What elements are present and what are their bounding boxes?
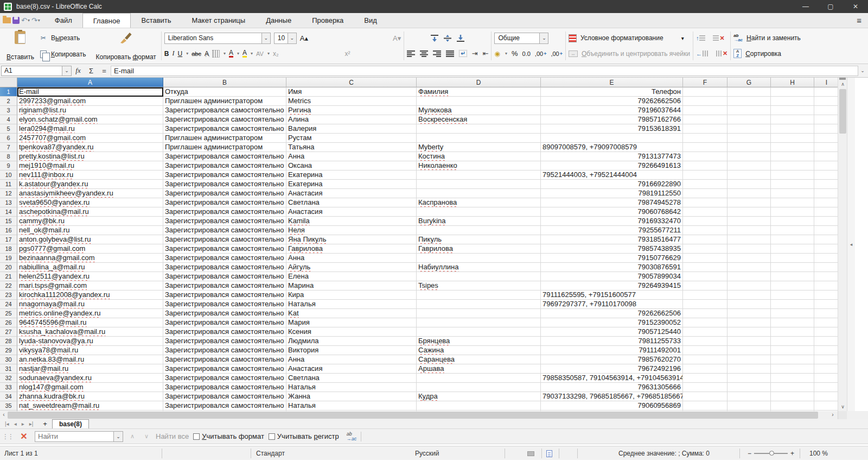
underline-button[interactable]: U: [178, 50, 183, 58]
cell-F2[interactable]: [683, 97, 727, 106]
cell-B20[interactable]: Зарегистрировался самостоятельно: [163, 263, 286, 272]
cell-C21[interactable]: Елена: [286, 272, 417, 281]
cell-C6[interactable]: Рустам: [286, 134, 417, 143]
row-header-6[interactable]: 6: [0, 134, 17, 143]
cell-C16[interactable]: Неля: [286, 226, 417, 235]
cell-C17[interactable]: Яна Пикуль: [286, 235, 417, 244]
cell-B6[interactable]: Приглашен администратором: [163, 134, 286, 143]
cell-G25[interactable]: [727, 309, 771, 318]
shadow-button[interactable]: A: [205, 50, 209, 58]
align-center-icon[interactable]: [420, 51, 428, 57]
zoom-slider-track[interactable]: [754, 453, 788, 454]
save-button[interactable]: [12, 17, 20, 24]
equals-button[interactable]: =: [98, 67, 111, 75]
cell-A33[interactable]: nlog147@gmail.com: [17, 383, 163, 392]
first-sheet-button[interactable]: |◂: [5, 421, 9, 427]
cell-F25[interactable]: [683, 309, 727, 318]
cell-D8[interactable]: Костина: [417, 152, 541, 161]
cell-I30[interactable]: [814, 355, 838, 364]
cell-I34[interactable]: [814, 392, 838, 401]
align-top-icon[interactable]: [431, 35, 438, 42]
match-case-checkbox[interactable]: [269, 433, 275, 440]
vertical-scrollbar-thumb[interactable]: [839, 89, 846, 134]
cell-F34[interactable]: [683, 392, 727, 401]
cell-C29[interactable]: Виктория: [286, 346, 417, 355]
cell-D18[interactable]: Гаврилова: [417, 244, 541, 254]
tab-Файл[interactable]: Файл: [44, 13, 82, 28]
vertical-scrollbar[interactable]: ∧ ∨: [838, 78, 847, 411]
zoom-percent-status[interactable]: 100 %: [809, 446, 828, 460]
row-header-21[interactable]: 21: [0, 272, 17, 281]
cell-G27[interactable]: [727, 327, 771, 337]
character-spacing-button[interactable]: AV: [256, 51, 264, 57]
cell-H31[interactable]: [771, 364, 814, 374]
cell-G19[interactable]: [727, 254, 771, 263]
cell-G28[interactable]: [727, 337, 771, 346]
average-sum-status[interactable]: Среднее значение: ; Сумма: 0: [618, 446, 710, 460]
cell-I1[interactable]: [814, 87, 838, 97]
find-and-replace-button[interactable]: ab→ac: [347, 432, 357, 441]
minimize-button[interactable]: —: [793, 0, 818, 13]
cell-G26[interactable]: [727, 318, 771, 327]
cell-F13[interactable]: [683, 198, 727, 207]
cell-B25[interactable]: Зарегистрировался самостоятельно: [163, 309, 286, 318]
menubar-toggle-button[interactable]: ≡: [850, 13, 868, 28]
cell-H21[interactable]: [771, 272, 814, 281]
cell-E23[interactable]: 79111625595, +79151600577: [541, 291, 683, 300]
cell-F28[interactable]: [683, 337, 727, 346]
cell-C33[interactable]: Наталья: [286, 383, 417, 392]
row-header-8[interactable]: 8: [0, 152, 17, 161]
row-header-18[interactable]: 18: [0, 244, 17, 254]
cell-I7[interactable]: [814, 143, 838, 152]
cell-C34[interactable]: Жанна: [286, 392, 417, 401]
column-header-C[interactable]: C: [286, 78, 417, 87]
row-header-10[interactable]: 10: [0, 171, 17, 180]
cell-F14[interactable]: [683, 207, 727, 217]
cell-F21[interactable]: [683, 272, 727, 281]
cell-G12[interactable]: [727, 189, 771, 198]
cell-I8[interactable]: [814, 152, 838, 161]
cell-D25[interactable]: [417, 309, 541, 318]
cell-D2[interactable]: [417, 97, 541, 106]
cell-B8[interactable]: Зарегистрировался самостоятельно: [163, 152, 286, 161]
cell-G3[interactable]: [727, 106, 771, 115]
cell-F26[interactable]: [683, 318, 727, 327]
cell-B1[interactable]: Откуда: [163, 87, 286, 97]
align-bottom-icon[interactable]: [457, 35, 464, 42]
cell-F31[interactable]: [683, 364, 727, 374]
find-next-icon[interactable]: ∨: [142, 433, 151, 440]
cell-E22[interactable]: 79264939415: [541, 281, 683, 291]
cell-F4[interactable]: [683, 115, 727, 124]
cell-I27[interactable]: [814, 327, 838, 337]
cell-D30[interactable]: Саранцева: [417, 355, 541, 364]
cell-E32[interactable]: 79858350587, 79104563914, +79104563914: [541, 374, 683, 383]
cell-C23[interactable]: Кира: [286, 291, 417, 300]
cell-F10[interactable]: [683, 171, 727, 180]
cell-C15[interactable]: Kamila: [286, 217, 417, 226]
row-header-34[interactable]: 34: [0, 392, 17, 401]
cell-E17[interactable]: 79318516477: [541, 235, 683, 244]
match-format-checkbox[interactable]: [193, 433, 200, 440]
cell-E5[interactable]: 79153618391: [541, 124, 683, 134]
align-center-vertically-icon[interactable]: [444, 35, 451, 42]
cell-D29[interactable]: Сажина: [417, 346, 541, 355]
cell-C24[interactable]: Наталья: [286, 300, 417, 309]
maximize-button[interactable]: ▢: [818, 0, 843, 13]
cell-H25[interactable]: [771, 309, 814, 318]
cell-E18[interactable]: 79857438935: [541, 244, 683, 254]
cell-A25[interactable]: metrics.online@yandex.ru: [17, 309, 163, 318]
row-header-30[interactable]: 30: [0, 355, 17, 364]
zoom-slider-knob[interactable]: [769, 451, 774, 456]
cell-D21[interactable]: [417, 272, 541, 281]
cell-D19[interactable]: [417, 254, 541, 263]
cell-D33[interactable]: [417, 383, 541, 392]
shrink-font-button[interactable]: A▾: [393, 34, 401, 42]
cell-A14[interactable]: aschepotkina@mail.ru: [17, 207, 163, 217]
delete-decimal-button[interactable]: ,00+: [551, 51, 563, 57]
cell-F18[interactable]: [683, 244, 727, 254]
clone-formatting-button[interactable]: Копировать формат: [87, 29, 159, 62]
cell-A13[interactable]: sveta9650@yandex.ru: [17, 198, 163, 207]
cell-C2[interactable]: Metrics: [286, 97, 417, 106]
delete-columns-button[interactable]: ✕: [716, 50, 727, 57]
cell-G33[interactable]: [727, 383, 771, 392]
